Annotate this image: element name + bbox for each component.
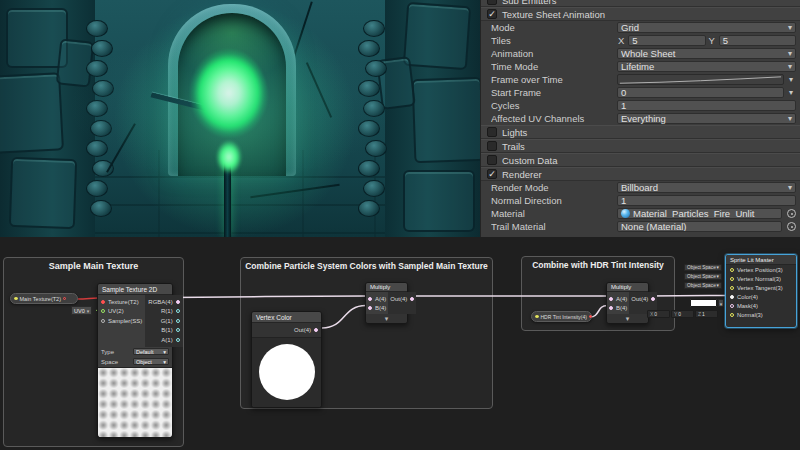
input-port-vertex-tangent[interactable]: Vertex Tangent(3) [726,283,796,292]
input-port-vertex-normal[interactable]: Vertex Normal(3) [726,274,796,283]
node-title: Sprite Lit Master [726,255,796,265]
field-label: Time Mode [491,61,615,72]
input-port-uv[interactable]: UV(2) [98,307,145,317]
tiles-y-input[interactable]: 5 [719,35,796,46]
y-axis-label: Y [709,35,715,46]
input-port-a[interactable]: A(4) [366,294,388,303]
time-mode-dropdown[interactable]: Lifetime ▾ [617,61,796,72]
input-port-texture[interactable]: Texture(T2) [98,297,145,307]
vector-x-input[interactable]: X 0 [647,310,670,318]
checkbox[interactable]: ✓ [487,155,497,165]
vector-y-input[interactable]: Y 0 [671,310,694,318]
output-port-out[interactable]: Out(4) [629,294,657,303]
checkbox[interactable]: ✓ [487,169,497,179]
chevron-down-icon[interactable]: ▾ [718,299,724,307]
chevron-down-icon[interactable]: ▾ [786,75,796,84]
checkbox[interactable]: ✓ [487,141,497,151]
x-axis-label: X [618,35,624,46]
object-picker-icon[interactable] [787,222,796,231]
curve-preview[interactable] [617,74,784,85]
vertex-normal-space-dropdown[interactable]: Object Space ▾ [684,273,722,280]
input-port-vertex-position[interactable]: Vertex Position(3) [726,265,796,274]
node-multiply-1[interactable]: Multiply A(4) B(4) Out(4) ▾ [365,282,408,324]
node-title: Multiply [366,283,407,292]
field-label: Render Mode [491,182,615,193]
module-header-lights[interactable]: ✓ Lights [481,125,800,139]
module-header-custom-data[interactable]: ✓ Custom Data [481,153,800,167]
node-collapse-chevron[interactable]: ▾ [366,314,407,323]
input-port-normal[interactable]: Normal(3) [726,310,796,319]
module-label: Lights [502,127,527,138]
space-setting-row: Space Object ▾ [98,357,172,367]
cycles-input[interactable]: 1 [617,100,796,111]
output-port-g[interactable]: G(1) [145,316,182,326]
animation-dropdown[interactable]: Whole Sheet ▾ [617,48,796,59]
input-port-icon [101,319,105,323]
shader-graph-canvas[interactable]: Sample Main Texture Combine Particle Sys… [0,237,800,450]
input-port-mask[interactable]: Mask(4) [726,301,796,310]
normal-direction-input[interactable]: 1 [617,195,796,206]
vertex-position-space-dropdown[interactable]: Object Space ▾ [684,264,722,271]
chevron-down-icon: ▾ [163,359,166,365]
node-collapse-chevron[interactable]: ▾ [607,314,648,323]
vector-z-input[interactable]: Z 1 [695,310,718,318]
field-label: Trail Material [491,221,615,232]
checkbox[interactable]: ✓ [487,0,497,5]
input-port-color[interactable]: Color(4) [726,292,796,301]
group-title: Combine with HDR Tint Intensity [522,260,674,270]
input-port-a[interactable]: A(4) [607,294,629,303]
vertex-tangent-space-dropdown[interactable]: Object Space ▾ [684,282,722,289]
field-label: Mode [491,22,615,33]
uv-channel-dropdown[interactable]: UV0 ▾ [71,306,92,315]
node-title: Multiply [607,283,648,292]
output-port-out[interactable]: Out(4) [388,294,416,303]
start-frame-input[interactable]: 0 [617,87,784,98]
mask-color-swatch[interactable] [690,299,717,307]
output-port-a[interactable]: A(1) [145,335,182,345]
input-port-icon [730,286,734,290]
output-port-icon[interactable] [63,297,67,301]
input-port-icon [730,304,734,308]
input-port-icon [730,295,734,299]
chevron-down-icon: ▾ [788,63,792,71]
tiles-x-input[interactable]: 5 [628,35,705,46]
module-header-sub-emitters[interactable]: ✓ Sub Emitters [481,0,800,7]
input-port-sampler[interactable]: Sampler(SS) [98,316,145,326]
property-pill-hdr-tint-intensity[interactable]: HDR Tint Intensity(4) [531,311,592,322]
property-pill-main-texture[interactable]: Main Texture(T2) [10,293,78,304]
node-multiply-2[interactable]: Multiply A(4) B(4) Out(4) ▾ [606,282,649,324]
object-picker-icon[interactable] [787,209,796,218]
inspector-row-normal-direction: Normal Direction 1 [481,194,800,207]
normal-vector-input: X 0 Y 0 Z 1 [647,310,718,318]
output-port-r[interactable]: R(1) [145,307,182,317]
checkbox[interactable]: ✓ [487,9,497,19]
output-port-icon [176,338,180,342]
module-header-texture-sheet-animation[interactable]: ✓ Texture Sheet Animation [481,7,800,21]
scene-view [0,0,480,237]
output-port-out[interactable]: Out(4) [289,325,321,335]
group-title: Combine Particle System Colors with Samp… [241,261,492,271]
input-port-b[interactable]: B(4) [607,303,629,312]
output-port-rgba[interactable]: RGBA(4) [145,297,182,307]
mode-dropdown[interactable]: Grid ▾ [617,22,796,33]
module-label: Renderer [502,169,542,180]
trail-material-object-field[interactable]: None (Material) [617,221,782,232]
chevron-down-icon[interactable]: ▾ [786,88,796,97]
type-dropdown[interactable]: Default ▾ [133,348,169,355]
output-port-b[interactable]: B(1) [145,326,182,336]
module-header-renderer[interactable]: ✓ Renderer [481,167,800,181]
material-object-field[interactable]: Material_Particles_Fire_Unlit [617,208,782,219]
node-sprite-lit-master[interactable]: Sprite Lit Master Vertex Position(3) Ver… [725,254,797,328]
checkbox[interactable]: ✓ [487,127,497,137]
input-port-b[interactable]: B(4) [366,303,388,312]
space-dropdown[interactable]: Object ▾ [133,358,169,365]
node-vertex-color[interactable]: Vertex Color Out(4) [251,311,322,408]
node-sample-texture-2d[interactable]: Sample Texture 2D Texture(T2) UV(2) Samp… [97,283,173,438]
input-port-icon [730,277,734,281]
affected-uv-dropdown[interactable]: Everything ▾ [617,113,796,124]
inspector-row-affected-uv: Affected UV Channels Everything ▾ [481,112,800,125]
render-mode-dropdown[interactable]: Billboard ▾ [617,182,796,193]
chevron-down-icon: ▾ [163,349,166,355]
module-header-trails[interactable]: ✓ Trails [481,139,800,153]
curve-line-icon [618,75,783,85]
